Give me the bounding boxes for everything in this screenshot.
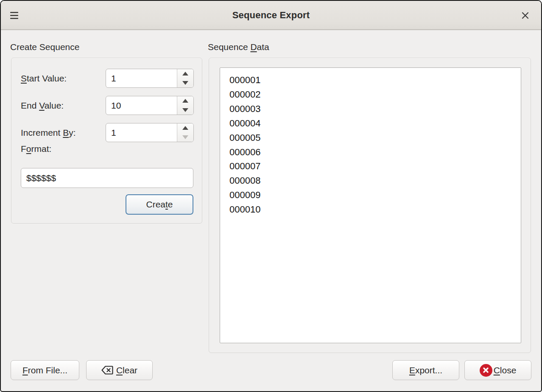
sequence-data-items: 000001 000002 000003 000004 000005 00000… [220, 68, 521, 217]
increment-by-spin-buttons [177, 123, 193, 142]
close-button[interactable]: Close [464, 360, 531, 380]
dialog-body: Create Sequence Start Value: End Value: [1, 30, 541, 392]
start-value-up-button[interactable] [177, 69, 193, 78]
start-value-spin-buttons [177, 69, 193, 87]
increment-by-input[interactable] [106, 123, 177, 142]
down-arrow-icon [182, 81, 188, 85]
clear-button-label: Clear [116, 365, 137, 375]
end-value-spinner [106, 96, 194, 115]
end-value-input[interactable] [106, 96, 177, 115]
start-value-label: Start Value: [21, 69, 67, 88]
start-value-input[interactable] [106, 69, 177, 87]
end-value-spin-buttons [177, 96, 193, 115]
down-arrow-icon [182, 108, 188, 112]
export-button-label: Export... [409, 365, 442, 375]
down-arrow-icon-disabled [182, 135, 188, 139]
format-input[interactable] [21, 168, 193, 188]
sequence-export-dialog: Sequence Export Create Sequence Start Va… [0, 0, 542, 392]
create-sequence-group: Start Value: End Value: Increment By: [11, 58, 202, 224]
create-button[interactable]: Create [126, 194, 193, 215]
close-icon[interactable] [520, 10, 530, 20]
start-value-spinner [106, 69, 194, 88]
from-file-button-label: From File... [22, 365, 67, 375]
up-arrow-icon [182, 99, 188, 103]
up-arrow-icon [182, 126, 188, 130]
sequence-data-heading: Sequence Data [208, 42, 269, 52]
sequence-data-group: 000001 000002 000003 000004 000005 00000… [209, 58, 531, 353]
backspace-icon [101, 366, 113, 375]
from-file-button[interactable]: From File... [11, 360, 79, 380]
start-value-down-button[interactable] [177, 78, 193, 88]
create-button-label: Create [146, 199, 173, 210]
close-button-label: Close [494, 365, 517, 375]
create-sequence-heading: Create Sequence [10, 42, 79, 52]
increment-by-up-button[interactable] [177, 123, 193, 133]
increment-by-spinner [106, 123, 194, 142]
clear-button[interactable]: Clear [86, 360, 153, 380]
end-value-up-button[interactable] [177, 96, 193, 106]
titlebar: Sequence Export [1, 1, 541, 30]
format-label: Format: [21, 139, 51, 158]
increment-by-down-button [177, 133, 193, 142]
export-button[interactable]: Export... [392, 360, 459, 380]
close-circle-x-icon [480, 364, 492, 377]
window-title: Sequence Export [1, 10, 541, 21]
up-arrow-icon [182, 72, 188, 76]
end-value-label: End Value: [21, 96, 64, 115]
sequence-data-list[interactable]: 000001 000002 000003 000004 000005 00000… [220, 67, 521, 343]
end-value-down-button[interactable] [177, 106, 193, 115]
